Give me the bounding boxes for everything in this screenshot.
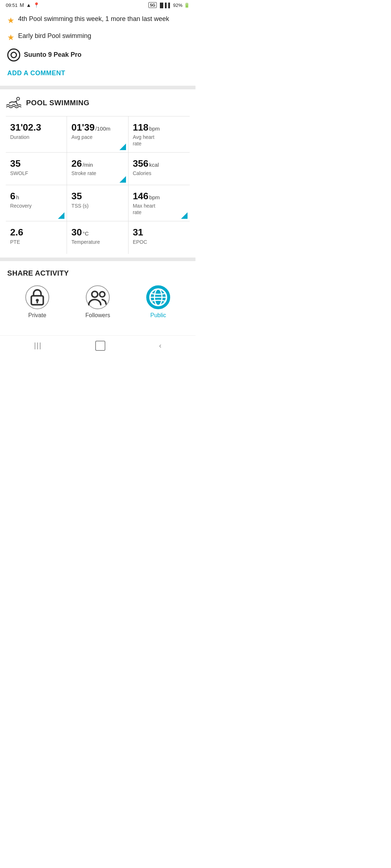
lock-icon <box>26 286 49 309</box>
stat-recovery-label: Recovery <box>10 203 62 209</box>
stat-calories-label: Calories <box>133 170 185 176</box>
globe-icon <box>147 286 169 309</box>
share-option-public[interactable]: Public <box>146 285 170 319</box>
share-circle-public[interactable] <box>146 285 170 309</box>
stat-avg-pace: 01'39/100m Avg pace <box>67 116 128 153</box>
svg-point-5 <box>100 292 105 297</box>
stat-pte: 2.6 PTE <box>6 221 67 254</box>
pool-section: POOL SWIMMING 31'02.3 Duration 01'39/100… <box>0 89 196 254</box>
stat-pte-value: 2.6 <box>10 227 62 238</box>
signal-icon: ▐▌▌▌ <box>158 3 172 8</box>
tri-indicator-avgpace <box>119 144 126 150</box>
achievement-1-text: 4th Pool swimming this week, 1 more than… <box>18 14 169 24</box>
svg-point-4 <box>92 291 98 297</box>
stat-avg-pace-label: Avg pace <box>71 134 123 140</box>
tri-indicator-maxhr <box>181 212 188 219</box>
stat-calories-value: 356kcal <box>133 158 185 169</box>
achievement-2-text: Early bird Pool swimming <box>18 31 91 41</box>
stat-epoc-value: 31 <box>133 227 185 238</box>
star-icon-2: ★ <box>7 32 14 43</box>
stat-stroke-rate: 26/min Stroke rate <box>67 153 128 185</box>
status-left: 09:51 M ▲ 📍 <box>6 2 39 8</box>
share-options: Private Followers <box>7 285 188 319</box>
stat-pte-label: PTE <box>10 239 62 245</box>
achievement-2: ★ Early bird Pool swimming <box>7 31 188 43</box>
device-icon <box>7 48 20 61</box>
share-title: SHARE ACTIVITY <box>7 269 188 277</box>
star-icon-1: ★ <box>7 15 14 26</box>
section-divider-1 <box>0 86 196 89</box>
stat-tss-label: TSS (s) <box>71 203 123 209</box>
share-label-public: Public <box>150 312 166 319</box>
svg-point-2 <box>36 299 39 302</box>
stat-temperature-value: 30°C <box>71 227 123 238</box>
stats-grid: 31'02.3 Duration 01'39/100m Avg pace 118… <box>6 116 190 254</box>
device-name: Suunto 9 Peak Pro <box>24 51 81 59</box>
stat-recovery: 6h Recovery <box>6 185 67 221</box>
stat-tss-value: 35 <box>71 191 123 201</box>
share-option-private[interactable]: Private <box>25 285 49 319</box>
stat-swolf-value: 35 <box>10 158 62 169</box>
stat-swolf-label: SWOLF <box>10 170 62 176</box>
pool-header-title: POOL SWIMMING <box>26 99 89 107</box>
stat-avg-pace-value: 01'39/100m <box>71 122 123 133</box>
status-right: 5G ▐▌▌▌ 92% 🔋 <box>148 2 190 8</box>
top-section: ★ 4th Pool swimming this week, 1 more th… <box>0 10 196 86</box>
stat-temperature-label: Temperature <box>71 239 123 245</box>
pool-header: POOL SWIMMING <box>6 97 190 110</box>
tri-indicator-recovery <box>58 212 64 219</box>
stat-max-hr: 146bpm Max heartrate <box>129 185 190 221</box>
stat-epoc-label: EPOC <box>133 239 185 245</box>
status-bar: 09:51 M ▲ 📍 5G ▐▌▌▌ 92% 🔋 <box>0 0 196 10</box>
add-comment-button[interactable]: ADD A COMMENT <box>7 68 65 78</box>
share-label-private: Private <box>28 312 46 319</box>
stat-max-hr-label: Max heartrate <box>133 203 185 216</box>
stat-duration: 31'02.3 Duration <box>6 116 67 153</box>
battery-icon: 🔋 <box>184 3 190 8</box>
device-icon-inner <box>10 52 17 58</box>
network-icon: 5G <box>148 2 157 8</box>
share-label-followers: Followers <box>85 312 110 319</box>
stat-stroke-rate-value: 26/min <box>71 158 123 169</box>
nav-icon: ▲ <box>26 2 31 8</box>
stat-swolf: 35 SWOLF <box>6 153 67 185</box>
bottom-nav: ||| ‹ <box>0 335 196 356</box>
stat-epoc: 31 EPOC <box>129 221 190 254</box>
svg-point-0 <box>17 97 20 100</box>
nav-home-icon[interactable] <box>95 341 105 351</box>
share-circle-followers[interactable] <box>86 285 110 309</box>
stat-duration-value: 31'02.3 <box>10 122 62 133</box>
stat-tss: 35 TSS (s) <box>67 185 128 221</box>
stat-stroke-rate-label: Stroke rate <box>71 170 123 176</box>
stat-avg-hr-value: 118bpm <box>133 122 185 133</box>
time: 09:51 <box>6 3 18 8</box>
stat-temperature: 30°C Temperature <box>67 221 128 254</box>
stat-duration-label: Duration <box>10 134 62 140</box>
share-section: SHARE ACTIVITY Private <box>0 261 196 328</box>
gmail-icon: M <box>20 2 24 8</box>
achievement-1: ★ 4th Pool swimming this week, 1 more th… <box>7 14 188 26</box>
tri-indicator-strokerate <box>119 176 126 183</box>
device-row: Suunto 9 Peak Pro <box>7 48 188 61</box>
share-circle-private[interactable] <box>25 285 49 309</box>
nav-recents-icon[interactable]: ||| <box>34 341 42 350</box>
stat-max-hr-value: 146bpm <box>133 191 185 201</box>
section-divider-2 <box>0 258 196 261</box>
stat-calories: 356kcal Calories <box>129 153 190 185</box>
stat-avg-hr-label: Avg heartrate <box>133 134 185 147</box>
share-option-followers[interactable]: Followers <box>85 285 110 319</box>
swim-icon <box>6 97 22 110</box>
nav-back-icon[interactable]: ‹ <box>159 341 161 350</box>
followers-icon <box>87 286 109 309</box>
location-icon: 📍 <box>33 2 39 8</box>
stat-recovery-value: 6h <box>10 191 62 201</box>
stat-avg-hr: 118bpm Avg heartrate <box>129 116 190 153</box>
battery-percent: 92% <box>173 3 182 8</box>
